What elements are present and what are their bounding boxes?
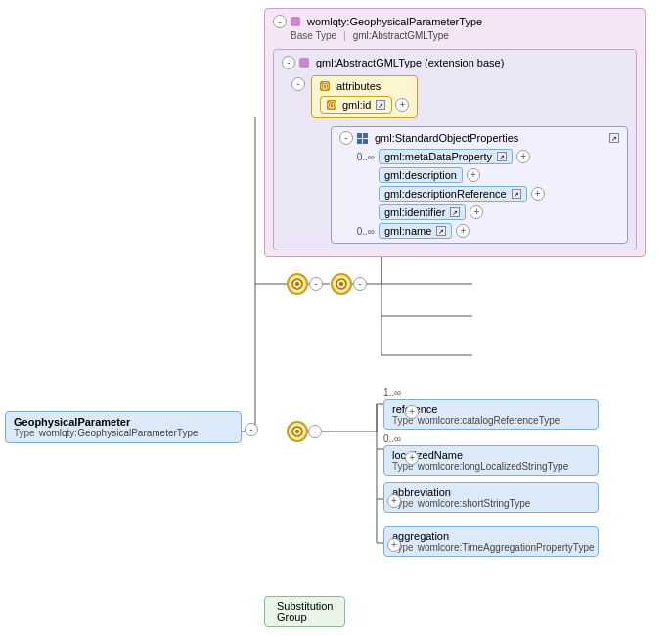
svg-point-31	[339, 282, 343, 286]
inner-minus-btn-2[interactable]: -	[353, 277, 367, 291]
description-box: gml:description	[379, 167, 463, 183]
abbreviation-plus-btn[interactable]: +	[387, 494, 401, 508]
outer-connector-gold	[287, 421, 308, 442]
sop-link-icon: ↗	[609, 133, 619, 143]
gp-type-label: Type	[14, 428, 35, 438]
description-plus-btn[interactable]: +	[467, 168, 480, 182]
ref-type-value: womlcore:catalogReferenceType	[418, 415, 560, 426]
abstract-gml-collapse-btn[interactable]: -	[282, 56, 295, 69]
meta-data-prop-box: gml:metaDataProperty ↗	[379, 149, 513, 164]
localized-multiplicity: 0..∞	[383, 433, 401, 444]
gml-id-icon: @	[327, 100, 336, 110]
substitution-group-box[interactable]: Substitution Group	[264, 596, 345, 627]
gml-name-name: gml:name	[384, 225, 431, 237]
abbrev-name: abbreviation	[392, 486, 590, 498]
inner-connector-gold-2	[331, 273, 352, 295]
abstract-gml-name: gml:AbstractGMLType (extension base)	[316, 57, 504, 68]
reference-name: reference	[392, 403, 590, 415]
identifier-box: gml:identifier ↗	[379, 204, 466, 220]
gml-name-link: ↗	[436, 226, 446, 236]
inner-connector-gold-1	[287, 273, 308, 295]
aggregation-name: aggregation	[392, 530, 590, 542]
subst-group-label: Substitution Group	[277, 600, 333, 623]
multiplicity-name: 0..∞	[347, 226, 375, 237]
standard-obj-props-box: - gml:StandardObjectProperties ↗ 0..∞	[331, 126, 628, 244]
base-type-value: gml:AbstractGMLType	[353, 30, 449, 41]
womlqty-icon	[291, 17, 300, 26]
sop-name: gml:StandardObjectProperties	[375, 132, 518, 144]
identifier-plus-btn[interactable]: +	[470, 205, 483, 219]
abstract-gml-icon	[299, 58, 309, 68]
desc-ref-link: ↗	[512, 189, 521, 199]
agg-type-value: womlcore:TimeAggregationPropertyType	[418, 542, 595, 553]
attributes-label: attributes	[336, 80, 381, 92]
abbreviation-box: abbreviation Type womlcore:shortStringTy…	[383, 482, 599, 513]
sop-grid-icon	[357, 133, 368, 144]
gml-id-name: gml:id	[342, 99, 371, 111]
abbrev-type-value: womlcore:shortStringType	[418, 498, 531, 509]
gml-id-link-icon: ↗	[376, 100, 385, 110]
inner-minus-btn-1[interactable]: -	[309, 277, 323, 291]
svg-point-27	[295, 430, 299, 433]
outer-minus-btn[interactable]: -	[308, 425, 322, 438]
gp-type-value: womlqty:GeophysicalParameterType	[39, 428, 199, 438]
womlqty-box: - womlqty:GeophysicalParameterType Base …	[264, 8, 646, 257]
womlqty-collapse-btn[interactable]: -	[273, 15, 287, 28]
meta-data-prop-name: gml:metaDataProperty	[384, 151, 492, 162]
gml-name-plus-btn[interactable]: +	[456, 224, 470, 238]
at-icon: @	[320, 81, 330, 91]
meta-plus-btn[interactable]: +	[516, 150, 530, 163]
description-name: gml:description	[384, 169, 457, 181]
multiplicity-meta: 0..∞	[347, 152, 375, 162]
gml-id-plus-btn[interactable]: +	[395, 98, 409, 112]
geophysical-parameter-box: GeophysicalParameter Type womlqty:Geophy…	[5, 411, 242, 443]
localized-name: localizedName	[392, 449, 590, 461]
desc-ref-box: gml:descriptionReference ↗	[379, 186, 527, 202]
meta-link: ↗	[497, 152, 507, 161]
ln-type-value: womlcore:longLocalizedStringType	[418, 461, 569, 472]
identifier-name: gml:identifier	[384, 206, 445, 218]
svg-point-29	[295, 282, 299, 286]
desc-ref-plus-btn[interactable]: +	[531, 187, 545, 201]
attributes-collapse-btn[interactable]: -	[291, 77, 305, 91]
sop-collapse-btn[interactable]: -	[339, 131, 353, 145]
base-type-label: Base Type	[291, 30, 336, 41]
desc-ref-name: gml:descriptionReference	[384, 188, 507, 200]
identifier-link: ↗	[450, 207, 460, 217]
gp-name: GeophysicalParameter	[14, 416, 233, 428]
gml-id-box: @ gml:id ↗	[320, 96, 392, 114]
womlqty-name: womlqty:GeophysicalParameterType	[307, 16, 482, 27]
reference-multiplicity: 1..∞	[383, 387, 401, 398]
gp-connector-circle[interactable]: -	[245, 423, 258, 436]
abstract-gml-box: - gml:AbstractGMLType (extension base) -…	[273, 49, 637, 250]
gml-name-box: gml:name ↗	[379, 223, 452, 239]
aggregation-plus-btn[interactable]: +	[387, 538, 401, 552]
aggregation-box: aggregation Type womlcore:TimeAggregatio…	[383, 526, 599, 557]
